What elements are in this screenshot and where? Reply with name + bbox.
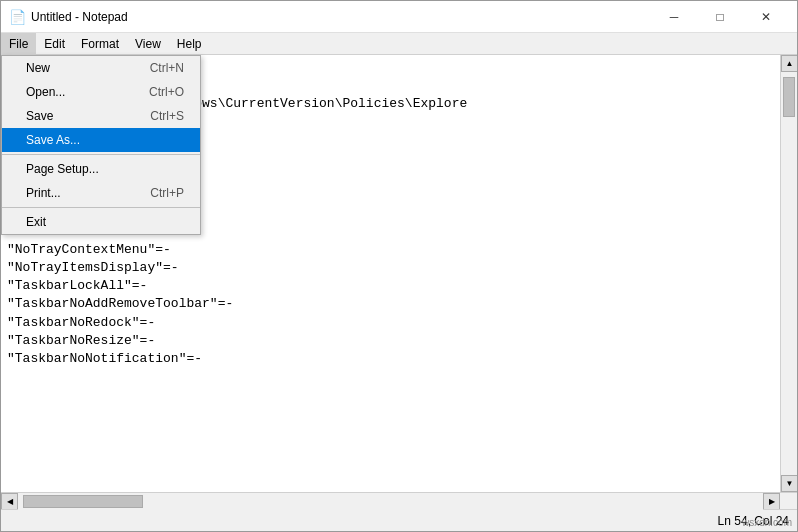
menu-print-shortcut: Ctrl+P xyxy=(150,186,184,200)
menu-new[interactable]: New Ctrl+N xyxy=(2,56,200,80)
scroll-down-button[interactable]: ▼ xyxy=(781,475,797,492)
maximize-button[interactable]: □ xyxy=(697,1,743,33)
menu-view[interactable]: View xyxy=(127,33,169,54)
menu-help[interactable]: Help xyxy=(169,33,210,54)
window-title: Untitled - Notepad xyxy=(31,10,651,24)
scrollbar-corner xyxy=(780,493,797,510)
menu-edit-label: Edit xyxy=(44,37,65,51)
vertical-scrollbar[interactable]: ▲ ▼ xyxy=(780,55,797,492)
title-bar: 📄 Untitled - Notepad ─ □ ✕ xyxy=(1,1,797,33)
scroll-h-thumb[interactable] xyxy=(23,495,143,508)
status-bar: Ln 54, Col 24 xyxy=(1,509,797,531)
horizontal-scrollbar-container: ◀ ▶ xyxy=(1,492,797,509)
menu-page-setup-label: Page Setup... xyxy=(26,162,99,176)
menu-open[interactable]: Open... Ctrl+O xyxy=(2,80,200,104)
menu-file[interactable]: File New Ctrl+N Open... Ctrl+O Save Ctrl… xyxy=(1,33,36,54)
menu-open-label: Open... xyxy=(26,85,65,99)
separator-1 xyxy=(2,154,200,155)
menu-exit[interactable]: Exit xyxy=(2,210,200,234)
menu-edit[interactable]: Edit xyxy=(36,33,73,54)
scroll-h-track[interactable] xyxy=(18,493,763,510)
menu-exit-label: Exit xyxy=(26,215,46,229)
watermark: wsxdn.com xyxy=(742,517,792,528)
menu-bar: File New Ctrl+N Open... Ctrl+O Save Ctrl… xyxy=(1,33,797,55)
scroll-up-button[interactable]: ▲ xyxy=(781,55,797,72)
menu-help-label: Help xyxy=(177,37,202,51)
separator-2 xyxy=(2,207,200,208)
scroll-thumb[interactable] xyxy=(783,77,795,117)
scroll-left-button[interactable]: ◀ xyxy=(1,493,18,510)
app-icon: 📄 xyxy=(9,9,25,25)
file-dropdown: New Ctrl+N Open... Ctrl+O Save Ctrl+S Sa… xyxy=(1,55,201,235)
menu-save-label: Save xyxy=(26,109,53,123)
notepad-window: 📄 Untitled - Notepad ─ □ ✕ File New Ctrl… xyxy=(0,0,798,532)
menu-save-as-label: Save As... xyxy=(26,133,80,147)
scroll-right-button[interactable]: ▶ xyxy=(763,493,780,510)
menu-new-shortcut: Ctrl+N xyxy=(150,61,184,75)
menu-print-label: Print... xyxy=(26,186,61,200)
minimize-button[interactable]: ─ xyxy=(651,1,697,33)
menu-print[interactable]: Print... Ctrl+P xyxy=(2,181,200,205)
menu-view-label: View xyxy=(135,37,161,51)
menu-new-label: New xyxy=(26,61,50,75)
menu-save-shortcut: Ctrl+S xyxy=(150,109,184,123)
menu-save[interactable]: Save Ctrl+S xyxy=(2,104,200,128)
menu-format-label: Format xyxy=(81,37,119,51)
menu-format[interactable]: Format xyxy=(73,33,127,54)
menu-page-setup[interactable]: Page Setup... xyxy=(2,157,200,181)
menu-save-as[interactable]: Save As... xyxy=(2,128,200,152)
close-button[interactable]: ✕ xyxy=(743,1,789,33)
menu-open-shortcut: Ctrl+O xyxy=(149,85,184,99)
scroll-track[interactable] xyxy=(781,72,797,475)
menu-file-label: File xyxy=(9,37,28,51)
horizontal-scrollbar[interactable]: ◀ ▶ xyxy=(1,493,780,509)
window-controls: ─ □ ✕ xyxy=(651,1,789,33)
